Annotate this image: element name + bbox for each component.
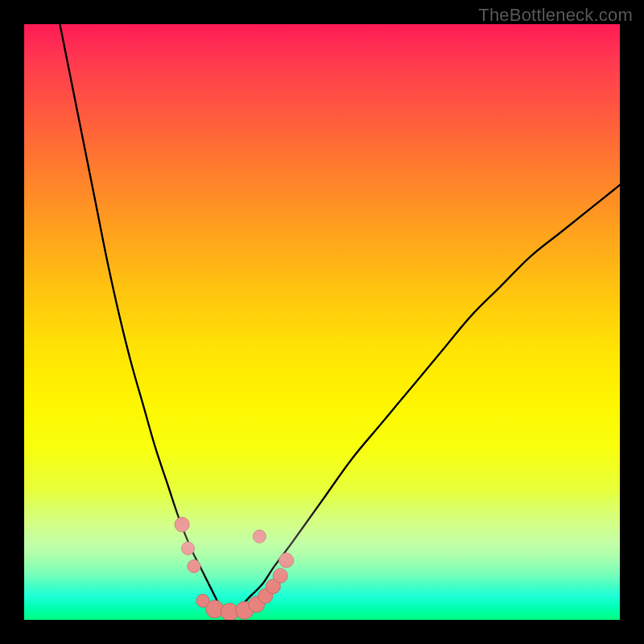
data-marker (253, 530, 266, 543)
plot-area (24, 24, 620, 620)
data-marker (236, 601, 254, 619)
marker-group (175, 518, 294, 620)
data-marker (175, 518, 189, 532)
right-branch-line (227, 185, 620, 614)
data-marker (258, 588, 273, 603)
data-marker (182, 542, 195, 555)
data-marker (196, 594, 209, 607)
data-marker (273, 568, 287, 583)
series-group (60, 24, 620, 614)
data-marker (279, 553, 294, 568)
data-marker (221, 603, 238, 620)
data-marker (249, 597, 265, 613)
watermark-text: TheBottleneck.com (478, 5, 633, 26)
data-marker (188, 559, 200, 572)
left-branch-line (60, 24, 226, 614)
chart-svg (24, 24, 620, 620)
chart-container: TheBottleneck.com (0, 0, 644, 644)
data-marker (266, 580, 280, 594)
data-marker (206, 601, 224, 618)
